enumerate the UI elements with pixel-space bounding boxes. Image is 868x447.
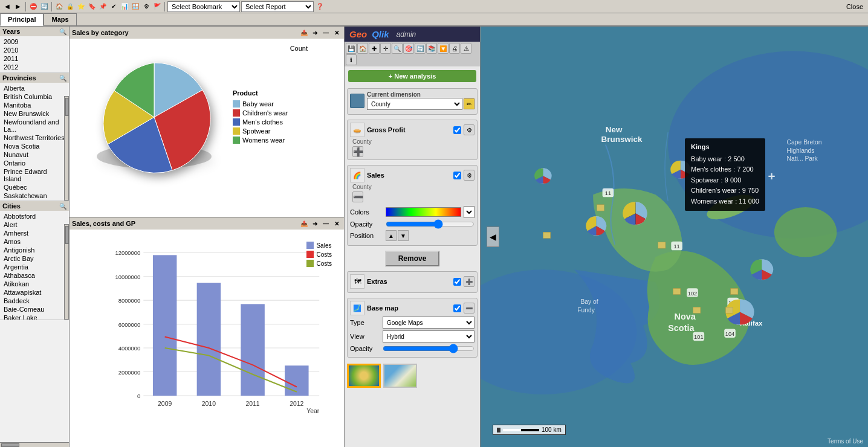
list-item[interactable]: Alert bbox=[2, 220, 66, 229]
list-item[interactable]: Abbotsford bbox=[2, 212, 66, 220]
list-item[interactable]: Atikokan bbox=[2, 280, 66, 288]
stop-icon[interactable]: ⛔ bbox=[28, 2, 38, 11]
list-item[interactable]: 2010 bbox=[2, 46, 66, 54]
list-item[interactable]: 2011 bbox=[2, 54, 66, 63]
bookmark-icon[interactable]: 🔖 bbox=[87, 2, 97, 11]
list-item[interactable]: Baddeck bbox=[2, 297, 66, 305]
pie-export-icon[interactable]: 📤 bbox=[299, 28, 309, 37]
geo-zoom-in-icon[interactable]: 🔍 bbox=[392, 43, 403, 54]
bookmark-dropdown[interactable]: Select Bookmark bbox=[167, 1, 240, 12]
list-item[interactable]: Arctic Bay bbox=[2, 254, 66, 263]
list-item[interactable]: Alberta bbox=[2, 84, 66, 92]
scrollbar-thumb[interactable] bbox=[65, 226, 69, 244]
basemap-remove-icon[interactable]: ➖ bbox=[464, 303, 474, 314]
geo-refresh-icon[interactable]: 🔄 bbox=[415, 43, 426, 54]
cities-scrollbar[interactable] bbox=[64, 224, 69, 320]
pie-min-icon[interactable]: — bbox=[321, 28, 331, 37]
bar-2009[interactable] bbox=[153, 255, 177, 396]
list-item[interactable]: Attawapiskat bbox=[2, 288, 66, 297]
gross-profit-checkbox[interactable] bbox=[453, 126, 461, 134]
geo-cursor-icon[interactable]: ✚ bbox=[369, 43, 380, 54]
geo-home-icon[interactable]: 🏠 bbox=[357, 43, 368, 54]
pie-help-icon[interactable]: ➜ bbox=[310, 28, 320, 37]
star-icon[interactable]: ⭐ bbox=[76, 2, 86, 11]
settings-icon[interactable]: ⚙ bbox=[141, 2, 151, 11]
dimension-dropdown[interactable]: County bbox=[367, 98, 462, 110]
nav-forward-icon[interactable]: ▶ bbox=[13, 2, 23, 11]
list-item[interactable]: Québec bbox=[2, 183, 66, 191]
nav-back-icon[interactable]: ◀ bbox=[2, 2, 12, 11]
bar-min-icon[interactable]: — bbox=[321, 219, 331, 228]
list-item[interactable]: Yukon bbox=[2, 200, 66, 201]
list-item[interactable]: British Columbia bbox=[2, 92, 66, 101]
geo-print-icon[interactable]: 🖨 bbox=[449, 43, 460, 54]
gross-profit-add-icon[interactable]: ➕ bbox=[352, 146, 363, 157]
list-item[interactable]: Amos bbox=[2, 237, 66, 246]
list-item[interactable]: Baker Lake bbox=[2, 314, 66, 320]
bottom-scrollbar[interactable] bbox=[0, 442, 69, 447]
type-dropdown[interactable]: Google Maps bbox=[383, 317, 474, 329]
provinces-search-icon[interactable]: 🔍 bbox=[59, 75, 66, 82]
provinces-scrollbar[interactable] bbox=[64, 96, 69, 201]
geo-target-icon[interactable]: 🎯 bbox=[403, 43, 414, 54]
new-analysis-button[interactable]: + New analysis bbox=[348, 70, 476, 82]
remove-button[interactable]: Remove bbox=[385, 251, 440, 266]
tab-principal[interactable]: Principal bbox=[0, 13, 44, 26]
extras-checkbox[interactable] bbox=[453, 278, 461, 286]
bar-close-icon[interactable]: ✕ bbox=[332, 219, 342, 228]
geo-alert-icon[interactable]: ⚠ bbox=[461, 43, 471, 54]
refresh-icon[interactable]: 🔄 bbox=[39, 2, 49, 11]
dimension-edit-button[interactable]: ✏ bbox=[464, 98, 474, 109]
sales-remove-icon[interactable]: ➖ bbox=[352, 191, 363, 202]
list-item[interactable]: Nunavut bbox=[2, 150, 66, 159]
bar-2010[interactable] bbox=[197, 283, 221, 396]
years-search-icon[interactable]: 🔍 bbox=[59, 28, 66, 35]
geo-filter-icon[interactable]: 🔽 bbox=[438, 43, 449, 54]
report-dropdown[interactable]: Select Report bbox=[241, 1, 314, 12]
cities-search-icon[interactable]: 🔍 bbox=[59, 203, 66, 210]
list-item[interactable]: Manitoba bbox=[2, 101, 66, 109]
terms-of-use[interactable]: Terms of Use bbox=[828, 438, 863, 445]
list-item[interactable]: New Brunswick bbox=[2, 109, 66, 118]
bar-help-icon[interactable]: ➜ bbox=[310, 219, 320, 228]
position-up-button[interactable]: ▲ bbox=[386, 230, 397, 241]
gross-profit-settings-icon[interactable]: ⚙ bbox=[464, 124, 474, 135]
list-item[interactable]: Newfoundland and La... bbox=[2, 118, 66, 133]
tab-maps[interactable]: Maps bbox=[44, 13, 76, 25]
list-item[interactable]: Argentia bbox=[2, 263, 66, 271]
geo-save-icon[interactable]: 💾 bbox=[346, 43, 357, 54]
horizontal-scrollbar-thumb[interactable] bbox=[1, 443, 19, 447]
home-icon[interactable]: 🏠 bbox=[54, 2, 64, 11]
lock-icon[interactable]: 🔒 bbox=[65, 2, 75, 11]
checkmark-icon[interactable]: ✔ bbox=[109, 2, 118, 11]
basemap-thumb-2[interactable] bbox=[383, 364, 417, 388]
view-dropdown[interactable]: Hybrid bbox=[383, 330, 474, 342]
list-item[interactable]: Prince Edward Island bbox=[2, 167, 66, 183]
scrollbar-thumb[interactable] bbox=[65, 98, 69, 116]
position-down-button[interactable]: ▼ bbox=[398, 230, 409, 241]
list-item[interactable]: Baie-Comeau bbox=[2, 305, 66, 314]
geo-move-icon[interactable]: ✛ bbox=[380, 43, 391, 54]
sales-checkbox[interactable] bbox=[453, 172, 461, 179]
sales-settings-icon[interactable]: ⚙ bbox=[464, 170, 474, 181]
flag-icon[interactable]: 🚩 bbox=[152, 2, 162, 11]
extras-add-icon[interactable]: ➕ bbox=[464, 276, 474, 287]
list-item[interactable]: Athabasca bbox=[2, 271, 66, 280]
list-item[interactable]: Northwest Territories bbox=[2, 133, 66, 142]
list-item[interactable]: Amherst bbox=[2, 229, 66, 237]
help-icon[interactable]: ❓ bbox=[315, 2, 325, 11]
basemap-checkbox[interactable] bbox=[453, 304, 461, 312]
basemap-opacity-slider[interactable] bbox=[383, 344, 474, 353]
bar-export-icon[interactable]: 📤 bbox=[299, 219, 309, 228]
map-nav-arrow[interactable]: ◀ bbox=[487, 227, 499, 247]
bookmark2-icon[interactable]: 📌 bbox=[98, 2, 108, 11]
bar-2012[interactable] bbox=[285, 365, 308, 396]
basemap-thumb-1[interactable] bbox=[347, 364, 381, 388]
colors-dropdown[interactable]: ▼ bbox=[464, 206, 474, 218]
chart-icon[interactable]: 📊 bbox=[120, 2, 129, 11]
list-item[interactable]: Antigonish bbox=[2, 246, 66, 254]
close-button[interactable]: Close bbox=[844, 3, 866, 10]
pie-close-icon[interactable]: ✕ bbox=[332, 28, 342, 37]
list-item[interactable]: 2012 bbox=[2, 63, 66, 71]
opacity-slider[interactable] bbox=[386, 220, 474, 228]
